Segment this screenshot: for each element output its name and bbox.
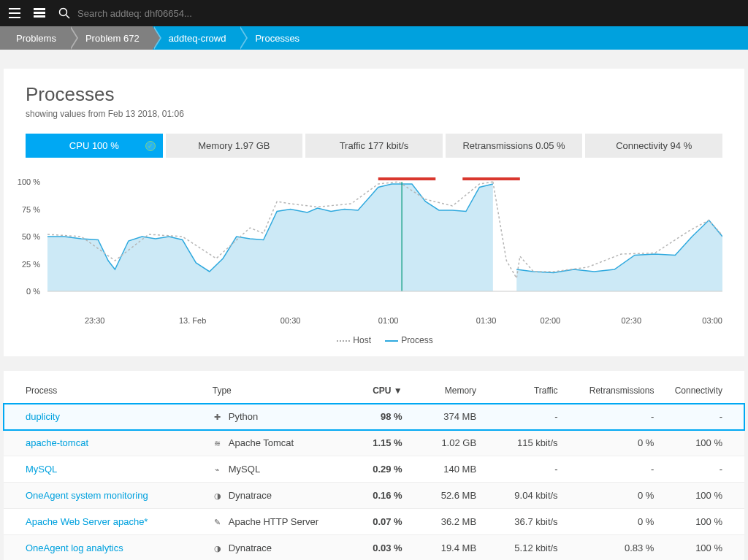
process-table: Process Type CPU ▼ Memory Traffic Retran… [4, 378, 744, 560]
col-cpu[interactable]: CPU ▼ [337, 378, 411, 404]
chart-area: 0 %25 %50 %75 %100 % 23:3013. Feb00:3001… [4, 171, 744, 356]
x-tick: 02:00 [541, 316, 561, 325]
process-link[interactable]: apache-tomcat [26, 437, 88, 448]
page-title: Processes [26, 83, 722, 106]
svg-point-3 [60, 9, 67, 16]
svg-rect-2 [34, 15, 45, 18]
breadcrumb-item[interactable]: addteq-crowd [153, 26, 240, 50]
svg-rect-6 [462, 177, 520, 180]
table-row[interactable]: apache-tomcat ≋Apache Tomcat 1.15 % 1.02… [4, 430, 744, 456]
metric-tab[interactable]: Memory 1.97 GB [166, 134, 303, 158]
page-subtitle: showing values from Feb 13 2018, 01:06 [26, 109, 722, 119]
process-link[interactable]: duplicity [26, 411, 60, 422]
type-icon: ✚ [213, 413, 223, 422]
legend-process: Process [385, 335, 432, 345]
svg-rect-5 [378, 177, 436, 180]
svg-rect-1 [34, 12, 45, 14]
legend-host: Host [337, 335, 371, 345]
x-tick: 23:30 [85, 316, 105, 325]
header-block: Processes showing values from Feb 13 201… [4, 69, 744, 134]
col-retrans[interactable]: Retransmissions [567, 378, 663, 404]
col-process[interactable]: Process [4, 378, 204, 404]
metric-tab[interactable]: Retransmissions 0.05 % [446, 134, 583, 158]
breadcrumb: ProblemsProblem 672addteq-crowdProcesses [0, 26, 748, 50]
metric-tabs: CPU 100 %✓Memory 1.97 GBTraffic 177 kbit… [4, 134, 744, 171]
col-traffic[interactable]: Traffic [485, 378, 567, 404]
breadcrumb-item[interactable]: Problems [0, 26, 69, 50]
col-type[interactable]: Type [204, 378, 337, 404]
type-icon: ✎ [213, 518, 223, 527]
type-icon: ≋ [213, 439, 223, 448]
table-row[interactable]: Apache Web Server apache* ✎Apache HTTP S… [4, 509, 744, 535]
table-row[interactable]: duplicity ✚Python 98 % 374 MB - - - [4, 404, 744, 430]
y-tick: 50 % [11, 232, 40, 241]
x-tick: 13. Feb [179, 316, 206, 325]
x-tick: 02:30 [621, 316, 641, 325]
y-tick: 75 % [11, 205, 40, 214]
search-input[interactable] [77, 8, 267, 19]
col-conn[interactable]: Connectivity [663, 378, 744, 404]
table-row[interactable]: OneAgent log analytics ◑Dynatrace 0.03 %… [4, 535, 744, 561]
chart-legend: Host Process [47, 328, 722, 345]
svg-line-4 [66, 15, 70, 19]
metric-tab[interactable]: Connectivity 94 % [585, 134, 722, 158]
y-tick: 25 % [11, 260, 40, 269]
col-memory[interactable]: Memory [411, 378, 485, 404]
metric-tab[interactable]: Traffic 177 kbit/s [305, 134, 443, 158]
x-tick: 03:00 [702, 316, 722, 325]
x-tick: 01:00 [378, 316, 399, 325]
type-icon: ◑ [213, 544, 223, 553]
process-link[interactable]: Apache Web Server apache* [26, 516, 148, 527]
x-tick: 00:30 [280, 316, 301, 325]
search-icon[interactable] [57, 6, 72, 20]
dashboard-icon[interactable] [32, 6, 47, 20]
hamburger-icon[interactable] [7, 6, 22, 20]
y-tick: 100 % [11, 177, 40, 186]
metric-tab[interactable]: CPU 100 %✓ [26, 134, 163, 158]
search-box [57, 6, 741, 20]
check-icon: ✓ [145, 141, 156, 151]
breadcrumb-item[interactable]: Problem 672 [69, 26, 153, 50]
process-link[interactable]: MySQL [26, 464, 57, 475]
breadcrumb-item[interactable]: Processes [239, 26, 313, 50]
type-icon: ◑ [213, 491, 223, 501]
svg-rect-0 [34, 8, 45, 10]
y-tick: 0 % [11, 287, 40, 296]
table-row[interactable]: OneAgent system monitoring ◑Dynatrace 0.… [4, 483, 744, 509]
table-row[interactable]: MySQL ⌁MySQL 0.29 % 140 MB - - - [4, 456, 744, 483]
topbar [0, 0, 748, 26]
process-link[interactable]: OneAgent system monitoring [26, 490, 148, 501]
x-tick: 01:30 [476, 316, 497, 325]
process-link[interactable]: OneAgent log analytics [26, 542, 123, 553]
type-icon: ⌁ [213, 465, 223, 475]
